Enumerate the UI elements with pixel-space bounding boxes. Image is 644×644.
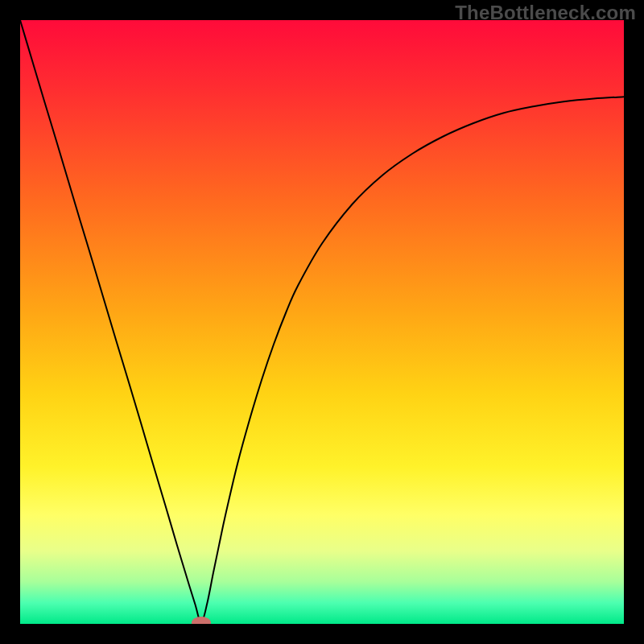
chart-svg xyxy=(20,20,624,624)
chart-frame: TheBottleneck.com xyxy=(0,0,644,644)
plot-area xyxy=(20,20,624,624)
watermark-text: TheBottleneck.com xyxy=(455,2,636,24)
